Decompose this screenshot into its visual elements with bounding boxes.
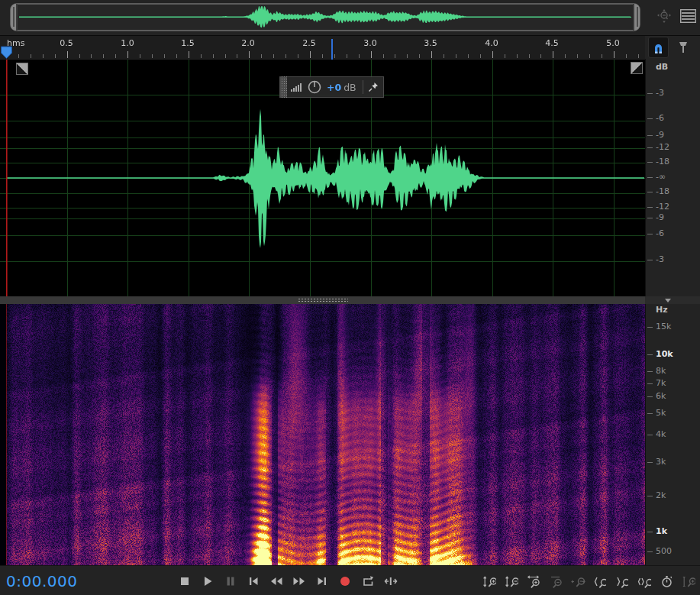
frequency-scale[interactable]: Hz 15k 10k 8k 7k 6k 5k 4k 3k 2k 1k 500 [645,304,700,565]
zoom-to-selection-icon[interactable] [636,571,653,591]
spectrogram-panel [0,304,645,565]
marker-line [331,39,333,60]
time-display[interactable]: 0:00.000 [6,572,77,590]
level-bars-icon [291,82,302,92]
hud-drag-grip[interactable] [280,76,287,98]
panel-menu-icon[interactable] [678,6,698,26]
hz-label: 15k [656,322,671,331]
db-label: -6 [656,228,664,238]
db-label: -3 [656,254,664,264]
zoom-to-in-point-icon[interactable] [592,571,608,591]
transport-buttons [176,571,399,591]
gain-hud[interactable]: +0 dB [279,76,384,98]
hz-label: 2k [656,490,666,500]
stop-button[interactable] [176,571,193,591]
overview-waveform [18,5,633,30]
knob-icon[interactable] [307,79,322,95]
zoom-in-time-icon[interactable] [525,571,542,591]
amplitude-unit: dB [656,62,668,72]
ruler-toolbar [645,35,700,59]
amplitude-scale[interactable]: dB -3 -6 -9 -12 -18 -∞ -18 -12 -9 -6 -3 [645,59,700,296]
playhead-handle[interactable] [0,46,13,60]
hz-label: 1k [656,526,667,536]
overview-range-selector[interactable] [10,3,640,31]
spectrogram-canvas[interactable] [0,304,645,565]
zoom-out-amplitude-icon[interactable] [503,571,520,591]
collapse-arrow-icon[interactable] [665,299,671,302]
zoom-out-time-icon[interactable] [547,571,564,591]
db-label: -6 [656,113,664,123]
db-label: -18 [656,157,669,167]
record-button[interactable] [337,571,353,591]
pin-marker-icon[interactable] [674,37,692,57]
zoom-at-playhead-icon[interactable] [658,571,675,591]
hz-label: 500 [656,546,672,556]
overview-panel [0,0,645,34]
skip-to-end-button[interactable] [314,571,331,591]
transport-bar: 0:00.000 [0,565,700,595]
gain-unit: dB [344,82,356,93]
rewind-button[interactable] [268,571,285,591]
db-label: -3 [656,88,664,98]
hz-label: 3k [656,457,666,467]
hz-label: 7k [656,378,666,388]
db-label: -12 [656,202,669,212]
zoom-to-out-point-icon[interactable] [614,571,631,591]
loop-playback-button[interactable] [360,571,376,591]
zoom-toolbar [481,571,697,591]
hz-label: 10k [656,349,673,359]
zoom-out-full-icon[interactable] [569,571,586,591]
hud-separator [363,80,363,94]
play-button[interactable] [199,571,216,591]
hz-label: 4k [656,429,666,439]
scale-collapse [645,296,700,304]
fast-forward-button[interactable] [291,571,308,591]
zoom-in-amplitude-icon[interactable] [481,571,498,591]
pause-button[interactable] [222,571,239,591]
skip-selection-button[interactable] [382,571,399,591]
db-label: -∞ [656,172,666,182]
timeline-ruler[interactable]: hms 0.5 1.0 1.5 2.0 2.5 3.0 3.5 4.0 4.5 … [0,35,645,59]
db-label: -9 [656,212,664,222]
audio-editor-window: hms 0.5 1.0 1.5 2.0 2.5 3.0 3.5 4.0 4.5 … [0,0,700,595]
range-handle-right[interactable] [633,4,640,31]
hz-label: 8k [656,366,666,376]
skip-to-start-button[interactable] [245,571,262,591]
hz-label: 6k [656,391,666,401]
range-handle-left[interactable] [11,4,18,31]
divider-grip[interactable] [298,298,348,302]
panel-divider[interactable] [0,296,645,304]
db-label: -9 [656,130,664,140]
magnet-icon[interactable] [648,37,669,58]
frequency-unit: Hz [656,305,668,315]
ruler-ticks[interactable] [0,36,645,60]
fade-in-handle[interactable] [16,63,28,75]
db-label: -12 [656,142,669,152]
waveform-panel: +0 dB [0,60,645,296]
zoom-in-amplitude-alt-icon[interactable] [680,571,697,591]
navigate-zoom-icon[interactable] [654,6,674,26]
pin-icon[interactable] [368,82,379,92]
fade-out-handle[interactable] [631,62,643,74]
db-label: -18 [656,186,669,196]
gain-value[interactable]: +0 [327,82,341,93]
hz-label: 5k [656,408,666,418]
